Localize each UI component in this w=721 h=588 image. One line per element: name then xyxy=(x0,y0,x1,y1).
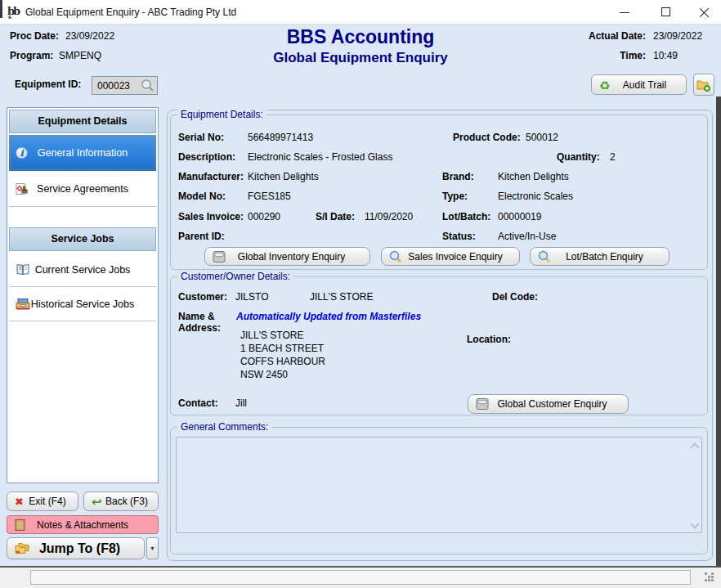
search-icon xyxy=(389,250,402,263)
status-value: Active/In-Use xyxy=(498,231,556,242)
customer-label: Customer: xyxy=(178,291,227,303)
sidebar-section-equipment-details: Equipment Details xyxy=(9,110,156,133)
exit-button[interactable]: ✖ Exit (F4) xyxy=(7,491,78,511)
proc-date-label: Proc Date: xyxy=(10,30,59,42)
contact-value: Jill xyxy=(235,397,247,409)
proc-date-value: 23/09/2022 xyxy=(65,30,114,42)
notes-attachments-button[interactable]: Notes & Attachments xyxy=(7,515,159,534)
back-button[interactable]: ↩ Back (F3) xyxy=(83,491,159,511)
folder-add-icon xyxy=(696,79,711,92)
sidebar-item-service-agreements[interactable]: Service Agreements xyxy=(9,171,156,207)
sidebar-item-current-service-jobs[interactable]: Current Service Jobs xyxy=(9,253,156,287)
contact-label: Contact: xyxy=(178,397,218,409)
sidebar-item-label: Service Agreements xyxy=(37,183,128,195)
screen-edge-artifact xyxy=(716,97,721,568)
sidebar: Equipment Details i General Information … xyxy=(7,107,159,483)
del-code-label: Del Code: xyxy=(492,291,538,303)
minimize-icon xyxy=(620,12,629,13)
manufacturer-value: Kitchen Delights xyxy=(248,171,319,182)
audit-trail-label: Audit Trail xyxy=(623,79,666,91)
customer-owner-group-title: Customer/Owner Details: xyxy=(177,271,293,282)
jump-to-dropdown-button[interactable]: ▼ xyxy=(146,537,159,559)
global-inventory-enquiry-button[interactable]: Global Inventory Enquiry xyxy=(204,247,370,266)
screen-edge-artifact xyxy=(0,0,2,18)
recycle-icon: ♻ xyxy=(599,79,610,91)
close-icon xyxy=(700,7,710,17)
app-title: BBS Accounting xyxy=(164,26,557,48)
equipment-id-search-icon[interactable] xyxy=(141,79,154,92)
maximize-button[interactable] xyxy=(650,0,683,25)
new-attachment-button[interactable] xyxy=(693,74,714,96)
si-date-value: 11/09/2020 xyxy=(365,211,413,222)
title-bar: b b s Global Equipment Enquiry - ABC Tra… xyxy=(0,0,721,25)
resize-grip[interactable] xyxy=(705,572,707,575)
notes-icon xyxy=(15,518,25,531)
sales-invoice-label: Sales Invoice: xyxy=(178,211,244,222)
brand-label: Brand: xyxy=(442,171,474,182)
sidebar-item-label: Current Service Jobs xyxy=(35,264,131,276)
sidebar-section-service-jobs: Service Jobs xyxy=(9,227,156,251)
model-no-value: FGES185 xyxy=(248,191,291,202)
sidebar-item-historical-service-jobs[interactable]: Historical Service Jobs xyxy=(9,287,156,321)
address-line: 1 BEACH STREET xyxy=(240,343,324,354)
address-line: NSW 2450 xyxy=(240,369,288,380)
chevron-down-icon: ▼ xyxy=(150,545,155,551)
parent-id-label: Parent ID: xyxy=(178,231,225,242)
exit-button-label: Exit (F4) xyxy=(29,496,65,507)
model-no-label: Model No: xyxy=(178,191,226,202)
status-bar-field xyxy=(30,570,691,585)
app-window: b b s Global Equipment Enquiry - ABC Tra… xyxy=(0,0,721,588)
sidebar-item-label: Historical Service Jobs xyxy=(31,298,134,310)
global-customer-enquiry-label: Global Customer Enquiry xyxy=(497,398,607,410)
address-line: COFFS HARBOUR xyxy=(240,356,325,367)
sales-invoice-value: 000290 xyxy=(248,211,280,222)
description-label: Description: xyxy=(178,151,235,163)
status-bar xyxy=(0,568,721,588)
archive-drawer-icon xyxy=(16,298,30,310)
equipment-id-label: Equipment ID: xyxy=(15,79,81,90)
actual-date-value: 23/09/2022 xyxy=(653,30,702,42)
close-button[interactable] xyxy=(688,0,721,25)
type-label: Type: xyxy=(442,191,468,202)
sales-invoice-enquiry-button[interactable]: Sales Invoice Enquiry xyxy=(381,247,520,266)
type-value: Electronic Scales xyxy=(498,191,573,202)
jump-folders-icon xyxy=(15,542,30,554)
equipment-details-group: Equipment Details: Serial No: 5664899714… xyxy=(170,114,708,270)
lot-batch-enquiry-button[interactable]: Lot/Batch Enquiry xyxy=(530,247,670,266)
auto-update-note: Automatically Updated from Masterfiles xyxy=(236,311,421,322)
customer-name-value: JILL'S STORE xyxy=(310,291,373,303)
audit-trail-button[interactable]: ♻ Audit Trail xyxy=(591,74,687,95)
back-arrow-icon: ↩ xyxy=(92,496,102,508)
lot-batch-value: 00000019 xyxy=(498,211,541,222)
lot-batch-label: Lot/Batch: xyxy=(442,211,490,222)
si-date-label: S/I Date: xyxy=(316,211,355,222)
description-value: Electronic Scales - Frosted Glass xyxy=(248,151,392,163)
program-value: SMPENQ xyxy=(59,50,101,61)
stamp-icon xyxy=(16,182,29,195)
jump-to-label: Jump To (F8) xyxy=(39,541,120,556)
back-button-label: Back (F3) xyxy=(105,496,148,507)
exit-x-icon: ✖ xyxy=(15,496,24,507)
comments-textarea[interactable] xyxy=(176,437,702,533)
minimize-button[interactable] xyxy=(608,0,641,25)
actual-date-label: Actual Date: xyxy=(576,30,646,42)
name-address-label-line2: Address: xyxy=(178,322,221,334)
time-value: 10:49 xyxy=(653,50,678,61)
inventory-cabinet-icon xyxy=(213,250,226,263)
brand-value: Kitchen Delights xyxy=(498,171,569,182)
product-code-value: 500012 xyxy=(526,132,558,143)
customer-code-value: JILSTO xyxy=(235,291,268,303)
notes-attachments-label: Notes & Attachments xyxy=(37,519,128,531)
global-customer-enquiry-button[interactable]: Global Customer Enquiry xyxy=(468,394,629,414)
name-address-label-line1: Name & xyxy=(178,311,215,322)
product-code-label: Product Code: xyxy=(453,132,521,143)
window-title: Global Equipment Enquiry - ABC Trading P… xyxy=(25,7,236,18)
general-comments-group-title: General Comments: xyxy=(177,421,271,433)
search-icon xyxy=(538,250,551,263)
sidebar-item-general-information[interactable]: i General Information xyxy=(9,135,156,171)
jump-to-button[interactable]: Jump To (F8) xyxy=(7,537,145,559)
program-label: Program: xyxy=(10,50,53,61)
page-title: Global Equipment Enquiry xyxy=(164,50,557,66)
svg-text:s: s xyxy=(8,13,11,20)
customer-owner-group: Customer/Owner Details: Customer: JILSTO… xyxy=(170,276,708,415)
